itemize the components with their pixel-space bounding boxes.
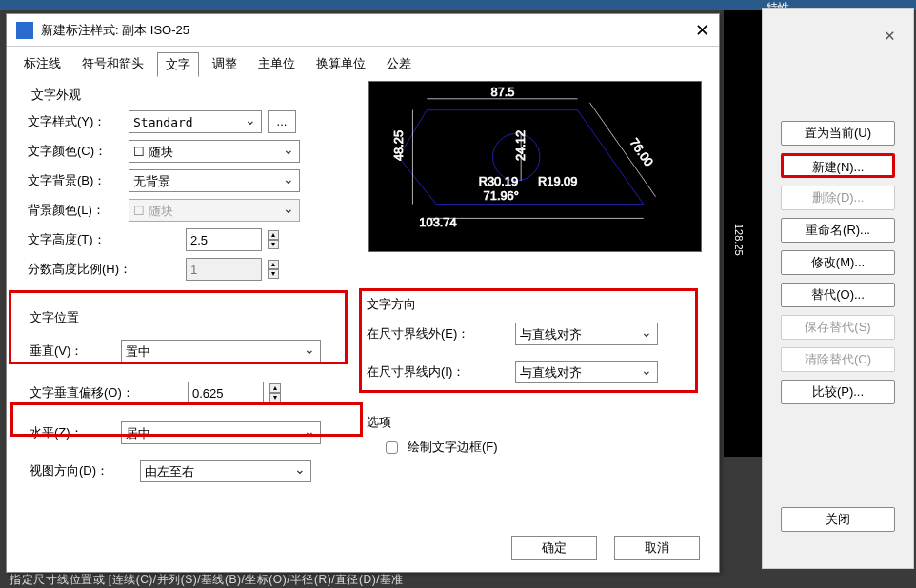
- text-height-spinner[interactable]: ▴▾: [268, 230, 279, 249]
- new-dim-style-dialog: 新建标注样式: 副本 ISO-25 ✕ 标注线 符号和箭头 文字 调整 主单位 …: [6, 13, 720, 573]
- ext-in-select[interactable]: 与直线对齐: [515, 361, 658, 383]
- text-color-select[interactable]: ☐ 随块: [129, 140, 300, 163]
- svg-text:R30.19: R30.19: [479, 174, 518, 188]
- fraction-height-label: 分数高度比例(H)：: [28, 261, 180, 278]
- save-override-button: 保存替代(S): [781, 315, 895, 340]
- rename-button[interactable]: 重命名(R)...: [781, 218, 895, 243]
- horizontal-label: 水平(Z)：: [30, 424, 115, 441]
- dialog-title-text: 新建标注样式: 副本 ISO-25: [41, 22, 189, 39]
- tab-dim-line[interactable]: 标注线: [16, 52, 69, 77]
- close-icon[interactable]: ✕: [884, 28, 896, 45]
- text-position-group: 文字位置 垂直(V)： 置中 文字垂直偏移(O)： ▴▾ 水平(Z)： 居中 视…: [18, 305, 361, 489]
- clear-override-button: 清除替代(C): [781, 347, 895, 372]
- bg-color-select: ☐ 随块: [129, 199, 300, 222]
- options-group: 选项 绘制文字边框(F): [367, 414, 702, 462]
- draw-border-label: 绘制文字边框(F): [408, 439, 498, 456]
- svg-text:24.12: 24.12: [513, 130, 528, 161]
- app-icon: [16, 22, 33, 39]
- dialog-button-row: 确定 取消: [511, 536, 700, 560]
- text-color-label: 文字颜色(C)：: [28, 143, 123, 160]
- svg-text:87.5: 87.5: [491, 85, 515, 99]
- text-style-more-button[interactable]: ...: [268, 110, 296, 133]
- fraction-height-spinner: ▴▾: [268, 260, 279, 279]
- text-style-label: 文字样式(Y)：: [28, 113, 123, 130]
- group-title-direction: 文字方向: [367, 296, 702, 313]
- vertical-offset-spinner[interactable]: ▴▾: [269, 383, 281, 402]
- set-current-button[interactable]: 置为当前(U): [781, 121, 895, 146]
- horizontal-select[interactable]: 居中: [121, 421, 321, 444]
- group-title-appearance: 文字外观: [28, 87, 351, 104]
- vertical-offset-input[interactable]: [188, 382, 264, 404]
- vertical-offset-label: 文字垂直偏移(O)：: [30, 384, 182, 402]
- text-appearance-group: 文字外观 文字样式(Y)： Standard ... 文字颜色(C)： ☐ 随块…: [18, 79, 361, 296]
- dialog-close-icon[interactable]: ✕: [695, 20, 709, 41]
- tab-bar: 标注线 符号和箭头 文字 调整 主单位 换算单位 公差: [7, 47, 719, 77]
- svg-text:48.25: 48.25: [391, 130, 406, 161]
- compare-button[interactable]: 比较(P)...: [781, 380, 895, 404]
- tab-tolerance[interactable]: 公差: [379, 52, 419, 77]
- svg-text:R19.09: R19.09: [538, 174, 577, 188]
- dim-style-manager-buttons: ✕ 置为当前(U) 新建(N)... 删除(D)... 重命名(R)... 修改…: [762, 8, 914, 569]
- text-height-input[interactable]: [186, 228, 262, 251]
- text-style-select[interactable]: Standard: [129, 110, 262, 133]
- text-height-label: 文字高度(T)：: [28, 231, 180, 248]
- viewdir-label: 视图方向(D)：: [30, 462, 134, 480]
- ext-in-label: 在尺寸界线内(I)：: [367, 363, 509, 381]
- tab-fit[interactable]: 调整: [205, 52, 245, 77]
- fraction-height-input: [186, 258, 262, 281]
- delete-button: 删除(D)...: [781, 186, 895, 210]
- dialog-body: 87.5 48.25 24.12 76.00 R30.19 R19.09 71.…: [7, 77, 719, 543]
- ext-out-label: 在尺寸界线外(E)：: [367, 325, 509, 343]
- draw-border-checkbox[interactable]: [386, 441, 398, 454]
- text-bg-select[interactable]: 无背景: [129, 169, 300, 192]
- ext-out-select[interactable]: 与直线对齐: [515, 323, 658, 345]
- tab-text[interactable]: 文字: [157, 52, 199, 77]
- cancel-button[interactable]: 取消: [614, 536, 700, 560]
- drawing-dimension-text: 128.25: [733, 224, 745, 256]
- svg-text:76.00: 76.00: [627, 135, 656, 168]
- dimension-preview: 87.5 48.25 24.12 76.00 R30.19 R19.09 71.…: [368, 81, 702, 252]
- close-button[interactable]: 关闭: [781, 507, 895, 532]
- tab-symbols-arrows[interactable]: 符号和箭头: [74, 52, 151, 77]
- svg-text:103.74: 103.74: [419, 215, 456, 229]
- new-button[interactable]: 新建(N)...: [781, 153, 895, 178]
- svg-text:71.96°: 71.96°: [484, 188, 519, 203]
- viewdir-select[interactable]: 由左至右: [140, 460, 311, 482]
- command-line-text: 指定尺寸线位置或 [连续(C)/并列(S)/基线(B)/坐标(O)/半径(R)/…: [10, 572, 404, 588]
- ok-button[interactable]: 确定: [511, 536, 597, 560]
- modify-button[interactable]: 修改(M)...: [781, 250, 895, 275]
- dialog-titlebar: 新建标注样式: 副本 ISO-25 ✕: [7, 14, 719, 47]
- tab-primary-units[interactable]: 主单位: [250, 52, 303, 77]
- override-button[interactable]: 替代(O)...: [781, 283, 895, 307]
- group-title-options: 选项: [367, 414, 702, 431]
- text-bg-label: 文字背景(B)：: [28, 172, 123, 189]
- bg-color-label: 背景颜色(L)：: [28, 202, 123, 219]
- vertical-select[interactable]: 置中: [121, 340, 321, 363]
- group-title-position: 文字位置: [30, 309, 359, 326]
- text-direction-group: 文字方向 在尺寸界线外(E)： 与直线对齐 在尺寸界线内(I)： 与直线对齐: [367, 296, 702, 390]
- tab-alt-units[interactable]: 换算单位: [309, 52, 373, 77]
- vertical-label: 垂直(V)：: [30, 343, 115, 360]
